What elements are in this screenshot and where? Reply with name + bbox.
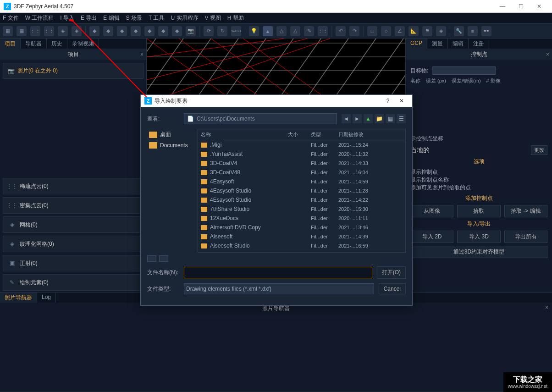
file-row[interactable]: 7thShare StudioFil...der2020-...15:30 [198, 204, 405, 214]
dots-icon[interactable]: ⋮⋮ [318, 26, 328, 36]
menu-scene[interactable]: S 场景 [126, 14, 142, 22]
toolbar-btn-11[interactable]: ◆ [144, 26, 155, 36]
up-icon[interactable]: ▲ [364, 114, 373, 123]
open-button[interactable]: 打开(O) [377, 266, 406, 279]
file-row[interactable]: AiseesoftFil...der2021-...14:39 [198, 232, 405, 241]
toolbar-btn-2[interactable]: ▦ [17, 26, 27, 36]
toolbar-btn-4[interactable]: ⋮⋮ [44, 26, 54, 36]
menu-help[interactable]: H 帮助 [227, 14, 244, 22]
menu-edit[interactable]: E 编辑 [103, 14, 119, 22]
file-row[interactable]: .MigiFil...der2021-...15:24 [198, 140, 405, 149]
menu-import[interactable]: I 导入 [60, 14, 74, 22]
back-icon[interactable]: ◄ [342, 114, 351, 123]
camera-icon[interactable]: 📷 [186, 26, 196, 36]
file-row[interactable]: Aiseesoft StudioFil...der2021-...16:59 [198, 241, 405, 250]
wasd-icon[interactable]: WASD [231, 26, 241, 36]
expall-button[interactable]: 导出所有 [504, 231, 547, 243]
file-row[interactable]: 12XueDocsFil...der2020-...11:11 [198, 214, 405, 223]
file-row[interactable]: 3D-CoatV48Fil...der2021-...16:04 [198, 168, 405, 177]
tab-gcp[interactable]: GCP [406, 39, 427, 49]
photonav-close[interactable]: × [545, 304, 548, 311]
layer-ortho[interactable]: ▣正射(0) [3, 255, 144, 271]
circle-icon[interactable]: ○ [381, 26, 391, 36]
ctrl-panel-close[interactable]: × [546, 51, 549, 58]
bulb-icon[interactable]: 💡 [249, 26, 259, 36]
close-button[interactable]: ✕ [530, 0, 548, 13]
layer-draw[interactable]: ✎绘制元素(0) [3, 274, 144, 291]
file-row[interactable]: 4EasysoftFil...der2021-...14:59 [198, 177, 405, 186]
pickedit-button[interactable]: 拾取 -> 编辑 [504, 205, 547, 217]
dialog-close-button[interactable]: ✕ [395, 98, 408, 104]
triangle2-icon[interactable]: △ [290, 26, 300, 36]
brush-icon[interactable]: ✎ [304, 26, 314, 36]
filetype-select[interactable]: Drawing elements files (*.xml *.dxf) [184, 283, 374, 294]
pick-button[interactable]: 拾取 [457, 205, 500, 217]
rotate-icon[interactable]: ⟳ [204, 26, 214, 36]
toolbar-btn-8[interactable]: ◆ [103, 26, 113, 36]
forward-icon[interactable]: ► [353, 114, 362, 123]
tab-record[interactable]: 录制视频 [67, 39, 99, 49]
maximize-button[interactable]: ☐ [512, 0, 530, 13]
dialog-help-button[interactable]: ? [381, 98, 395, 104]
fromimg-button[interactable]: 从图像 [410, 205, 453, 217]
menu-file[interactable]: F 文件 [3, 14, 19, 22]
undo-icon[interactable]: ↶ [336, 26, 346, 36]
toolbar-btn-7[interactable]: ◆ [89, 26, 99, 36]
toolbar-btn-6[interactable]: ◈ [72, 26, 82, 36]
file-list[interactable]: 名称 大小 类型 日期被修改 .MigiFil...der2021-...15:… [198, 129, 406, 253]
change-button[interactable]: 更改 [531, 145, 547, 155]
layer-dense[interactable]: ⋮⋮密集点云(0) [3, 197, 144, 214]
triangle-icon[interactable]: △ [276, 26, 287, 36]
select-icon[interactable]: □ [367, 26, 377, 36]
path-field[interactable]: 📄C:\Users\pc\Documents [184, 113, 337, 124]
filename-input[interactable] [184, 267, 372, 278]
angle-icon[interactable]: ∠ [395, 26, 405, 36]
layer-sparse[interactable]: ⋮⋮稀疏点云(0) [3, 178, 144, 194]
tab-history[interactable]: 历史 [47, 39, 67, 49]
triforce-icon[interactable]: ▲ [263, 26, 273, 36]
list-view-icon[interactable]: ☰ [397, 114, 406, 123]
mask-icon[interactable]: 👓 [481, 26, 491, 36]
toolbar-btn-3[interactable]: ⋮⋮ [30, 26, 40, 36]
layer-mesh[interactable]: ◈网格(0) [3, 216, 144, 233]
redo-icon[interactable]: ↷ [349, 26, 359, 36]
minimize-button[interactable]: — [493, 0, 512, 13]
toolbar-btn-5[interactable]: ◈ [58, 26, 68, 36]
file-row[interactable]: 4Esaysoft StudioFil...der2021-...14:22 [198, 195, 405, 204]
bars-icon[interactable]: ≡ [468, 26, 478, 36]
flag-icon[interactable]: ⚑ [422, 26, 432, 36]
target-field[interactable] [432, 66, 496, 75]
toolbar-btn-12[interactable]: ◆ [158, 26, 168, 36]
tab-measure[interactable]: 测量 [427, 39, 448, 49]
photos-item[interactable]: 📷 照片(0 在之外 0) [3, 63, 144, 79]
tab-navigator[interactable]: 导航器 [21, 39, 47, 49]
file-row[interactable]: AlarmClockDataFil...der2021-...15:33 [198, 250, 405, 253]
project-panel-close[interactable]: × [140, 51, 144, 58]
toolbar-btn-10[interactable]: ◆ [131, 26, 141, 36]
cube-icon[interactable]: ◈ [436, 26, 446, 36]
menu-export[interactable]: E 导出 [81, 14, 97, 22]
toolbar-btn-13[interactable]: ◆ [172, 26, 182, 36]
file-row[interactable]: .YunTaiAssistFil...der2020-...11:32 [198, 149, 405, 159]
refresh-icon[interactable]: ↻ [217, 26, 227, 36]
pager-2[interactable] [159, 255, 168, 262]
imp2d-button[interactable]: 导入 2D [410, 231, 453, 243]
grid-view-icon[interactable]: ▦ [386, 114, 395, 123]
tab-project[interactable]: 项目 [0, 39, 21, 49]
menu-tools[interactable]: T 工具 [149, 14, 164, 22]
place-documents[interactable]: Documents [147, 140, 193, 150]
menu-view[interactable]: V 视图 [205, 14, 221, 22]
file-row[interactable]: 4Easysoft StudioFil...der2021-...11:28 [198, 186, 405, 195]
tab-photonav[interactable]: 照片导航器 [0, 293, 37, 303]
tab-edit[interactable]: 编辑 [448, 39, 469, 49]
file-row[interactable]: 3D-CoatV4Fil...der2021-...14:33 [198, 159, 405, 168]
file-row[interactable]: Aimersoft DVD CopyFil...der2021-...13:46 [198, 223, 405, 232]
tab-log[interactable]: Log [37, 293, 56, 303]
pager-1[interactable] [147, 255, 156, 262]
menu-workflow[interactable]: W 工作流程 [25, 14, 54, 22]
cancel-button[interactable]: Cancel [379, 283, 406, 294]
place-desktop[interactable]: 桌面 [147, 129, 193, 140]
imp3d-button[interactable]: 导入 3D [457, 231, 500, 243]
align3d-button[interactable]: 通过3D约束对齐模型 [410, 246, 547, 258]
wrench-icon[interactable]: 🔧 [454, 26, 464, 36]
